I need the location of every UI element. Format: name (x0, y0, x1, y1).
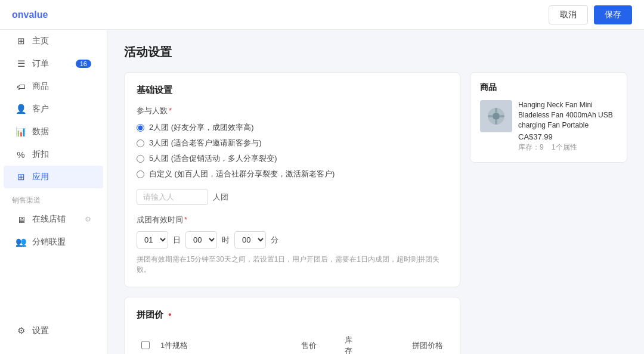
pingtuan-price-card: 拼团价 • 1件规格 售价 库存 拼团价 (124, 297, 460, 354)
day-unit: 日 (173, 235, 181, 246)
svg-rect-2 (495, 108, 497, 113)
sidebar-item-label: 在线店铺 (32, 214, 66, 225)
save-button[interactable]: 保存 (594, 5, 632, 24)
variant-label: 1个属性 (552, 143, 577, 151)
svg-rect-3 (495, 120, 497, 125)
sidebar-item-label: 应用 (32, 172, 49, 182)
sidebar-item-label: 客户 (32, 104, 49, 114)
th-spec: 1件规格 (156, 330, 296, 354)
time-day-select[interactable]: 01 (137, 231, 168, 249)
custom-group-input-row: 人团 (137, 189, 448, 205)
topbar-actions: 取消 保存 (549, 5, 632, 24)
custom-unit-label: 人团 (213, 192, 228, 203)
pingtuan-table: 1件规格 售价 库存 拼团价格 Hanging Nec (137, 330, 448, 354)
stock-label: 库存：9 (518, 143, 544, 151)
cancel-button[interactable]: 取消 (549, 5, 588, 24)
th-price: 售价 (296, 330, 340, 354)
store-icon: 🖥 (16, 214, 26, 225)
svg-rect-5 (500, 115, 504, 117)
time-minute-select[interactable]: 00 (234, 231, 266, 249)
sidebar-item-home[interactable]: ⊞ 主页 (4, 30, 103, 52)
validity-hint: 拼团有效期需在15分钟至30天之间，若设置1日，用户开团后，需要在1日内成团，超… (137, 254, 448, 275)
page-title: 活动设置 (124, 44, 627, 60)
orders-badge: 16 (76, 60, 91, 68)
pingtuan-title: 拼团价 • (137, 309, 448, 321)
sidebar-item-data[interactable]: 📊 数据 (4, 120, 103, 143)
th-pingtuan-price: 拼团价格 (361, 330, 448, 354)
select-all-checkbox[interactable] (141, 341, 150, 349)
orders-icon: ☰ (16, 58, 26, 69)
affiliate-icon: 👥 (16, 237, 26, 247)
radio-3-people[interactable]: 3人团 (适合老客户邀请新客参与) (137, 138, 448, 148)
validity-label: 成团有效时间* (137, 215, 448, 225)
radio-3-input[interactable] (137, 139, 144, 147)
logo: onvalue (12, 10, 48, 20)
th-checkbox (137, 330, 156, 354)
time-hour-select[interactable]: 00 (185, 231, 217, 249)
product-item: Hanging Neck Fan Mini Bladeless Fan 4000… (480, 100, 617, 153)
main-content: 活动设置 基础设置 参与人数* 2人团 (好友分享，成团效率高) (107, 30, 644, 354)
discount-icon: % (16, 149, 26, 160)
sidebar-item-label: 商品 (32, 81, 49, 92)
radio-5-input[interactable] (137, 155, 144, 163)
svg-rect-4 (488, 115, 493, 117)
sidebar-item-settings[interactable]: ⚙ 设置 (4, 319, 103, 342)
products-icon: 🏷 (16, 81, 26, 92)
sidebar-item-orders[interactable]: ☰ 订单 16 (4, 52, 103, 75)
sidebar-item-affiliate[interactable]: 👥 分销联盟 (4, 231, 103, 253)
radio-custom-input[interactable] (137, 170, 144, 178)
topbar: onvalue 取消 保存 (0, 0, 644, 30)
minute-unit: 分 (271, 235, 278, 246)
radio-custom-label: 自定义 (如百人团，适合社群分享裂变，激活新老客户) (149, 169, 335, 179)
radio-2-label: 2人团 (好友分享，成团效率高) (149, 122, 254, 133)
product-image (484, 104, 508, 128)
sidebar-item-label: 数据 (32, 126, 49, 137)
radio-5-label: 5人团 (适合促销活动，多人分享裂变) (149, 153, 277, 164)
product-price: CA$37.99 (518, 132, 617, 141)
sidebar-item-label: 设置 (32, 325, 49, 336)
customers-icon: 👤 (16, 104, 26, 114)
sidebar-item-online-store[interactable]: 🖥 在线店铺 ⚙ (4, 208, 103, 231)
settings-icon: ⚙ (16, 325, 26, 336)
gear-icon: ⚙ (85, 215, 91, 223)
sidebar-item-label: 分销联盟 (32, 237, 66, 247)
product-thumbnail (480, 100, 512, 132)
basic-settings-card: 基础设置 参与人数* 2人团 (好友分享，成团效率高) 3人团 (适合老客户邀请… (124, 72, 460, 287)
time-selector-row: 01 日 00 时 00 分 (137, 231, 448, 249)
sidebar-item-label: 折扣 (32, 149, 49, 160)
hour-unit: 时 (222, 235, 230, 246)
custom-number-input[interactable] (137, 189, 208, 205)
sidebar: ⊞ 主页 ☰ 订单 16 🏷 商品 👤 客户 📊 数据 % 折扣 ⊞ 应用 销售… (0, 30, 107, 354)
sidebar-item-discount[interactable]: % 折扣 (4, 143, 103, 166)
group-size-label: 参与人数* (137, 105, 448, 116)
apps-icon: ⊞ (16, 172, 26, 182)
basic-settings-title: 基础设置 (137, 85, 448, 96)
radio-5-people[interactable]: 5人团 (适合促销活动，多人分享裂变) (137, 153, 448, 164)
th-stock: 库存 (340, 330, 361, 354)
svg-point-1 (493, 113, 500, 120)
sidebar-item-products[interactable]: 🏷 商品 (4, 75, 103, 98)
product-card: 商品 H (470, 72, 627, 163)
sidebar-item-customers[interactable]: 👤 客户 (4, 98, 103, 120)
sidebar-sales-channel-label: 销售渠道 (0, 188, 107, 208)
product-name: Hanging Neck Fan Mini Bladeless Fan 4000… (518, 100, 617, 130)
product-info: Hanging Neck Fan Mini Bladeless Fan 4000… (518, 100, 617, 153)
radio-3-label: 3人团 (适合老客户邀请新客参与) (149, 138, 262, 148)
data-icon: 📊 (16, 126, 26, 137)
radio-group-size: 2人团 (好友分享，成团效率高) 3人团 (适合老客户邀请新客参与) 5人团 (… (137, 122, 448, 179)
radio-custom-people[interactable]: 自定义 (如百人团，适合社群分享裂变，激活新老客户) (137, 169, 448, 179)
sidebar-item-label: 主页 (32, 36, 49, 46)
product-meta: 库存：9 1个属性 (518, 142, 617, 153)
pingtuan-required: • (168, 309, 171, 319)
radio-2-input[interactable] (137, 124, 144, 132)
product-card-title: 商品 (480, 82, 617, 93)
right-panel: 商品 H (460, 72, 627, 354)
radio-2-people[interactable]: 2人团 (好友分享，成团效率高) (137, 122, 448, 133)
home-icon: ⊞ (16, 36, 26, 46)
sidebar-item-apps[interactable]: ⊞ 应用 (4, 166, 103, 188)
sidebar-item-label: 订单 (32, 58, 49, 69)
